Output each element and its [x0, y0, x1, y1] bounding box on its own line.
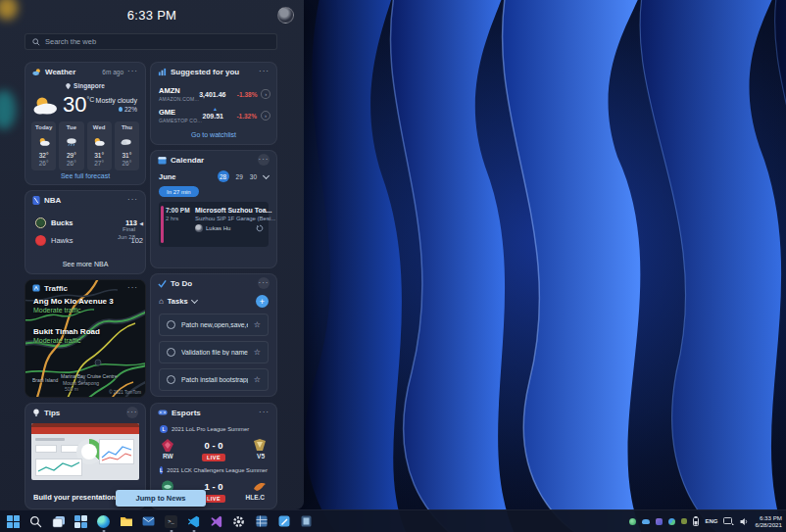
- winner-arrow-icon: ◀: [139, 220, 143, 226]
- pen-app-button[interactable]: [273, 511, 294, 532]
- more-options-button[interactable]: ···: [258, 154, 270, 166]
- stock-expand-icon[interactable]: ›: [261, 111, 270, 121]
- widgets-button[interactable]: [71, 511, 91, 532]
- mail-button[interactable]: [138, 511, 159, 532]
- esports-gamepad-icon: [158, 409, 168, 416]
- stocks-widget[interactable]: Suggested for you ··· AMZN AMAZON.COM...…: [150, 62, 277, 145]
- visual-studio-button[interactable]: [206, 511, 226, 532]
- star-icon[interactable]: ☆: [254, 320, 261, 329]
- vscode-button[interactable]: [183, 511, 204, 532]
- map-label: Brani Island: [32, 377, 58, 383]
- todo-widget[interactable]: To Do ··· ⌂ Tasks + Patch new,open,save,…: [150, 273, 277, 397]
- league-name: 2021 LCK Challengers League Summer: [167, 467, 268, 473]
- bucks-logo-icon: [35, 218, 46, 228]
- panel-clock: 6:33 PM: [0, 8, 304, 23]
- battery-icon[interactable]: [693, 516, 699, 526]
- language-indicator[interactable]: ENG: [705, 518, 717, 524]
- see-full-forecast-link[interactable]: See full forecast: [25, 172, 145, 179]
- task-list-name[interactable]: Tasks: [168, 297, 188, 306]
- chevron-down-icon[interactable]: [263, 171, 270, 178]
- see-more-nba-link[interactable]: See more NBA: [25, 261, 145, 267]
- edge-icon: [97, 515, 110, 528]
- traffic-widget[interactable]: Traffic ··· Ang Mo Kio Avenue 3 Moderate…: [25, 279, 146, 398]
- jump-to-news-button[interactable]: Jump to News: [116, 490, 206, 507]
- tray-app-icon[interactable]: [629, 518, 636, 525]
- star-icon[interactable]: ☆: [254, 348, 261, 357]
- todo-check-icon: [158, 279, 167, 288]
- folder-icon: [120, 515, 133, 527]
- taskbar: >_: [0, 509, 786, 532]
- calendar-widget[interactable]: Calendar ··· June 28 29 30 In 27 min 7:0…: [150, 150, 277, 268]
- visual-studio-icon: [210, 515, 222, 528]
- road-status: Moderate traffic: [33, 307, 114, 314]
- start-button[interactable]: [3, 511, 24, 532]
- terminal-button[interactable]: >_: [161, 511, 181, 532]
- more-options-button[interactable]: ···: [127, 284, 138, 292]
- more-options-button[interactable]: ···: [258, 277, 270, 289]
- attendee-avatar: [195, 224, 203, 232]
- notes-app-button[interactable]: [296, 511, 317, 532]
- forecast-day[interactable]: Wed 31° 27°: [87, 121, 112, 170]
- settings-button[interactable]: [228, 511, 249, 532]
- weather-widget[interactable]: Weather 6m ago ··· Singapore 30: [25, 62, 146, 185]
- onedrive-cloud-icon[interactable]: [642, 519, 650, 524]
- tray-app-icon[interactable]: [668, 518, 675, 525]
- match-score: 0 - 0: [204, 440, 222, 451]
- add-task-button[interactable]: +: [256, 295, 269, 308]
- task-item[interactable]: Patch new,open,save,edi... ☆: [159, 314, 269, 336]
- tray-app-icon[interactable]: [656, 518, 663, 525]
- task-checkbox[interactable]: [167, 348, 175, 357]
- forecast-day[interactable]: Thu 31° 26°: [115, 121, 139, 170]
- lightbulb-icon: [32, 409, 40, 417]
- file-explorer-button[interactable]: [116, 511, 136, 532]
- nba-logo-icon: [32, 196, 40, 205]
- more-options-button[interactable]: ···: [259, 68, 270, 75]
- task-checkbox[interactable]: [167, 375, 175, 384]
- task-view-button[interactable]: [48, 511, 69, 532]
- more-options-button[interactable]: ···: [126, 407, 138, 418]
- calendar-day-selected[interactable]: 28: [218, 170, 229, 182]
- task-item[interactable]: Validation file by name ☆: [159, 341, 269, 363]
- tips-preview-image: [31, 423, 139, 480]
- forecast-day[interactable]: Today 32° 26°: [31, 121, 56, 170]
- search-input[interactable]: [45, 37, 270, 46]
- calendar-day[interactable]: 29: [236, 173, 243, 180]
- widget-title: NBA: [44, 196, 61, 205]
- task-checkbox[interactable]: [167, 320, 175, 329]
- edge-browser-button[interactable]: [93, 511, 114, 532]
- calendar-day[interactable]: 30: [250, 173, 257, 180]
- chevron-down-icon[interactable]: [191, 297, 198, 304]
- volume-icon[interactable]: [740, 517, 749, 526]
- forecast-day[interactable]: Tue 29° 26°: [59, 121, 83, 170]
- vscode-icon: [187, 515, 200, 528]
- location-pin-icon: [66, 83, 71, 89]
- more-options-button[interactable]: ···: [127, 68, 138, 75]
- go-to-watchlist-link[interactable]: Go to watchlist: [151, 131, 276, 138]
- event-location: Suzhou SIP 1F Garage (Besi...: [195, 216, 264, 221]
- notes-icon: [301, 515, 312, 527]
- network-display-icon[interactable]: [723, 517, 734, 526]
- league-icon: L: [160, 425, 168, 433]
- league-icon: L: [160, 466, 163, 474]
- sheets-app-button[interactable]: [251, 511, 271, 532]
- more-options-button[interactable]: ···: [259, 409, 270, 416]
- stock-row[interactable]: AMZN AMAZON.COM... 3,401.46 -1.38% ›: [159, 86, 270, 102]
- more-options-button[interactable]: ···: [127, 196, 138, 204]
- web-search-bar[interactable]: [25, 33, 277, 50]
- tray-app-icon[interactable]: [681, 518, 687, 524]
- gear-icon: [232, 515, 245, 528]
- stock-expand-icon[interactable]: ›: [261, 89, 270, 99]
- task-item[interactable]: Patch install bootstrapp... ☆: [159, 368, 269, 391]
- calendar-event[interactable]: 7:00 PM 2 hrs Microsoft Suzhou Toa... Su…: [159, 202, 269, 247]
- star-icon[interactable]: ☆: [254, 375, 261, 384]
- taskbar-clock[interactable]: 6:33 PM 6/28/2021: [755, 514, 782, 529]
- profile-avatar[interactable]: [277, 7, 294, 24]
- weather-icon: [32, 68, 41, 76]
- nba-widget[interactable]: NBA ··· Bucks 113 ◀ Hawks 102 Final Jun …: [25, 190, 146, 274]
- weather-condition: Mostly cloudy: [96, 97, 137, 104]
- search-button[interactable]: [25, 511, 46, 532]
- mail-icon: [142, 516, 155, 526]
- updated-timestamp: 6m ago: [102, 69, 123, 75]
- stock-row[interactable]: GME GAMESTOP CO... 209.51 -1.32% ›: [159, 108, 270, 123]
- road-name: Bukit Timah Road: [33, 327, 100, 336]
